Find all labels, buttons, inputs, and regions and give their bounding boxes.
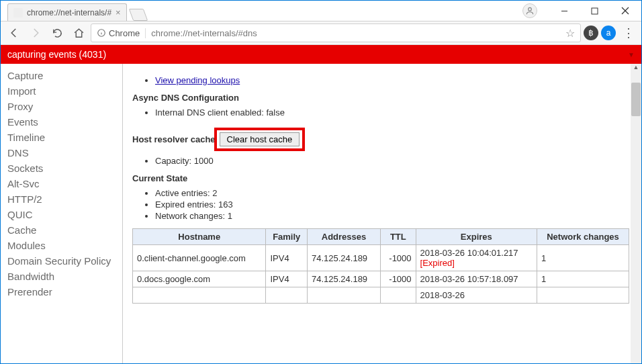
pending-lookups-link[interactable]: View pending lookups: [155, 75, 240, 85]
column-header: Addresses: [307, 229, 380, 245]
host-resolver-label: Host resolver cache: [132, 134, 216, 144]
scroll-up-icon[interactable]: ▲: [631, 64, 641, 71]
chrome-menu-button[interactable]: ⋮: [618, 24, 637, 42]
forward-button: [26, 24, 45, 42]
browser-tab[interactable]: chrome://net-internals/# ×: [7, 3, 127, 21]
close-tab-icon[interactable]: ×: [116, 7, 121, 17]
column-header: Network changes: [537, 229, 629, 245]
sidebar-item-cache[interactable]: Cache: [1, 222, 122, 238]
sidebar-item-domain-security-policy[interactable]: Domain Security Policy: [1, 253, 122, 269]
table-row: 2018-03-26: [133, 287, 629, 304]
maximize-button[interactable]: [580, 1, 610, 20]
svg-rect-2: [592, 8, 598, 14]
sidebar-item-proxy[interactable]: Proxy: [1, 99, 122, 114]
site-chip[interactable]: Chrome: [97, 28, 140, 38]
sidebar-item-events[interactable]: Events: [1, 114, 122, 130]
status-text: capturing events (4031): [7, 49, 106, 60]
url-text: chrome://net-internals/#dns: [145, 28, 257, 38]
table-cell: 2018-03-26 10:04:01.217[Expired]: [416, 245, 537, 271]
table-cell: [133, 287, 266, 304]
sidebar-item-quic[interactable]: QUIC: [1, 207, 122, 222]
status-dropdown-icon[interactable]: ▼: [628, 51, 635, 58]
capacity-item: Capacity: 1000: [155, 155, 629, 167]
column-header: Hostname: [133, 229, 266, 245]
sidebar-item-alt-svc[interactable]: Alt-Svc: [1, 176, 122, 191]
sidebar-item-http-2[interactable]: HTTP/2: [1, 191, 122, 207]
table-cell: 74.125.24.189: [307, 245, 380, 271]
tab-strip: chrome://net-internals/# ×: [1, 1, 641, 21]
new-tab-button[interactable]: [128, 9, 148, 21]
table-cell: 0.docs.google.com: [133, 271, 266, 287]
sidebar-item-prerender[interactable]: Prerender: [1, 284, 122, 300]
tab-title: chrome://net-internals/#: [27, 8, 111, 17]
sidebar-item-dns[interactable]: DNS: [1, 145, 122, 161]
table-cell: -1000: [381, 245, 416, 271]
state-item: Expired entries: 163: [155, 199, 629, 210]
tab-favicon: [13, 8, 23, 17]
minimize-button[interactable]: [549, 1, 580, 20]
table-cell: 2018-03-26 10:57:18.097: [416, 271, 537, 287]
back-button[interactable]: [5, 24, 24, 42]
extension-icon-2[interactable]: a: [601, 26, 616, 40]
table-cell: 2018-03-26: [416, 287, 537, 304]
info-icon: [97, 28, 106, 38]
async-dns-header: Async DNS Configuration: [132, 93, 629, 103]
sidebar-item-capture[interactable]: Capture: [1, 68, 122, 83]
table-cell: [537, 287, 629, 304]
column-header: TTL: [381, 229, 416, 245]
column-header: Expires: [416, 229, 537, 245]
table-cell: [381, 287, 416, 304]
browser-toolbar: Chrome chrome://net-internals/#dns ☆ ฿ a…: [1, 21, 641, 45]
sidebar-item-import[interactable]: Import: [1, 83, 122, 99]
address-bar[interactable]: Chrome chrome://net-internals/#dns ☆: [91, 24, 581, 42]
table-cell: [266, 287, 307, 304]
extension-icon-1[interactable]: ฿: [584, 26, 598, 40]
current-state-header: Current State: [132, 173, 629, 183]
chip-label: Chrome: [109, 28, 140, 38]
table-cell: IPV4: [266, 245, 307, 271]
async-dns-item: Internal DNS client enabled: false: [155, 107, 629, 118]
svg-point-0: [529, 7, 532, 11]
sidebar-item-modules[interactable]: Modules: [1, 238, 122, 253]
status-bar: capturing events (4031) ▼: [1, 45, 641, 64]
main-panel: View pending lookups Async DNS Configura…: [123, 64, 641, 363]
sidebar-item-bandwidth[interactable]: Bandwidth: [1, 269, 122, 284]
dns-table: HostnameFamilyAddressesTTLExpiresNetwork…: [132, 228, 629, 304]
state-item: Active entries: 2: [155, 187, 629, 199]
table-cell: 1: [537, 271, 629, 287]
profile-icon[interactable]: [522, 3, 537, 18]
table-cell: [307, 287, 380, 304]
reload-button[interactable]: [48, 24, 66, 42]
column-header: Family: [266, 229, 307, 245]
scrollbar[interactable]: ▲: [631, 64, 641, 363]
state-item: Network changes: 1: [155, 210, 629, 222]
content-area: CaptureImportProxyEventsTimelineDNSSocke…: [1, 64, 641, 363]
sidebar: CaptureImportProxyEventsTimelineDNSSocke…: [1, 64, 123, 363]
table-cell: 0.client-channel.google.com: [133, 245, 266, 271]
table-cell: -1000: [381, 271, 416, 287]
highlight-box: Clear host cache: [214, 128, 306, 151]
table-cell: 74.125.24.189: [307, 271, 380, 287]
home-button[interactable]: [69, 24, 88, 42]
table-row: 0.docs.google.comIPV474.125.24.189-10002…: [133, 271, 629, 287]
scroll-thumb[interactable]: [631, 83, 641, 116]
clear-host-cache-button[interactable]: Clear host cache: [220, 132, 300, 146]
table-row: 0.client-channel.google.comIPV474.125.24…: [133, 245, 629, 271]
table-cell: 1: [537, 245, 629, 271]
bookmark-star-icon[interactable]: ☆: [565, 27, 575, 40]
table-cell: IPV4: [266, 271, 307, 287]
close-window-button[interactable]: [610, 1, 640, 20]
sidebar-item-sockets[interactable]: Sockets: [1, 161, 122, 176]
sidebar-item-timeline[interactable]: Timeline: [1, 130, 122, 145]
